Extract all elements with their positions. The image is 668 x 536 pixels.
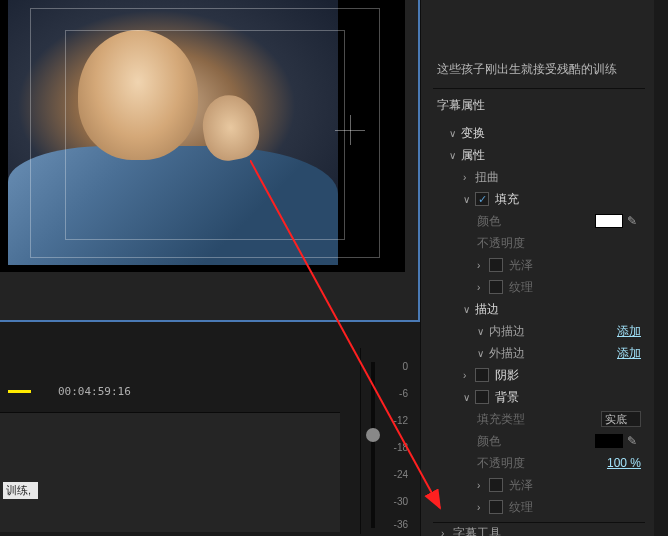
property-fill-texture[interactable]: › 纹理 (433, 276, 645, 298)
chevron-down-icon: ∨ (463, 392, 475, 403)
property-bg-gloss[interactable]: › 光泽 (433, 474, 645, 496)
meter-tick: 0 (382, 362, 408, 372)
panel-scrollbar[interactable] (654, 0, 668, 536)
property-stroke[interactable]: ∨ 描边 (433, 298, 645, 320)
gloss-checkbox[interactable] (489, 258, 503, 272)
property-label: 纹理 (509, 279, 645, 296)
property-outer-stroke[interactable]: ∨ 外描边 添加 (433, 342, 645, 364)
chevron-right-icon: › (441, 528, 453, 536)
meter-tick: -18 (382, 443, 408, 453)
property-distort[interactable]: › 扭曲 (433, 166, 645, 188)
bg-color-swatch[interactable] (595, 434, 623, 448)
background-checkbox[interactable] (475, 390, 489, 404)
property-bg-opacity: 不透明度 100 % (433, 452, 645, 474)
timeline-tracks[interactable] (0, 412, 340, 532)
shadow-checkbox[interactable] (475, 368, 489, 382)
property-label: 填充类型 (477, 411, 601, 428)
video-preview-frame[interactable] (0, 0, 405, 272)
chevron-right-icon: › (463, 370, 475, 381)
property-attributes[interactable]: ∨ 属性 (433, 144, 645, 166)
meter-tick: -24 (382, 470, 408, 480)
preview-area (0, 0, 420, 322)
meter-tick: -6 (382, 389, 408, 399)
audio-meter-scale: 0 -6 -12 -18 -24 -30 -36 (378, 362, 408, 528)
bg-texture-checkbox[interactable] (489, 500, 503, 514)
property-fill[interactable]: ∨ 填充 (433, 188, 645, 210)
eyedropper-icon[interactable]: ✎ (627, 434, 641, 448)
fill-type-select[interactable]: 实底 (601, 411, 641, 427)
crosshair-vertical (350, 115, 351, 145)
property-shadow[interactable]: › 阴影 (433, 364, 645, 386)
property-inner-stroke[interactable]: ∨ 内描边 添加 (433, 320, 645, 342)
section-title-caption-properties: 字幕属性 (433, 89, 645, 122)
property-label: 不透明度 (477, 455, 607, 472)
chevron-right-icon: › (463, 172, 475, 183)
property-transform[interactable]: ∨ 变换 (433, 122, 645, 144)
meter-tick: -36 (382, 520, 408, 530)
section-title-tools: › 字幕工具 (433, 522, 645, 536)
property-label: 填充 (495, 191, 645, 208)
add-inner-stroke-link[interactable]: 添加 (617, 323, 641, 340)
meter-tick: -30 (382, 497, 408, 507)
chevron-right-icon: › (477, 480, 489, 491)
property-label: 光泽 (509, 477, 645, 494)
chevron-right-icon: › (477, 282, 489, 293)
audio-meter: 0 -6 -12 -18 -24 -30 -36 (360, 348, 412, 534)
property-label: 阴影 (495, 367, 645, 384)
property-label: 属性 (461, 147, 645, 164)
property-label: 不透明度 (477, 235, 645, 252)
property-label: 变换 (461, 125, 645, 142)
property-label: 背景 (495, 389, 645, 406)
chevron-right-icon: › (477, 502, 489, 513)
bg-opacity-value[interactable]: 100 % (607, 456, 641, 470)
bg-gloss-checkbox[interactable] (489, 478, 503, 492)
property-fill-gloss[interactable]: › 光泽 (433, 254, 645, 276)
property-bg-filltype: 填充类型 实底 (433, 408, 645, 430)
caption-clip[interactable]: 训练, (3, 482, 38, 499)
add-outer-stroke-link[interactable]: 添加 (617, 345, 641, 362)
chevron-down-icon: ∨ (477, 348, 489, 359)
property-fill-color: 颜色 ✎ (433, 210, 645, 232)
chevron-down-icon: ∨ (449, 150, 461, 161)
timecode-display[interactable]: 00:04:59:16 (58, 385, 131, 398)
property-label: 纹理 (509, 499, 645, 516)
property-label: 外描边 (489, 345, 617, 362)
chevron-down-icon: ∨ (449, 128, 461, 139)
property-bg-color: 颜色 ✎ (433, 430, 645, 452)
property-label: 描边 (475, 301, 645, 318)
caption-preview-text: 这些孩子刚出生就接受残酷的训练 (433, 0, 645, 89)
eyedropper-icon[interactable]: ✎ (627, 214, 641, 228)
property-label: 内描边 (489, 323, 617, 340)
property-label: 光泽 (509, 257, 645, 274)
timecode-bar: 00:04:59:16 (8, 380, 308, 402)
timeline-playhead-range[interactable] (8, 390, 46, 393)
property-label: 颜色 (477, 433, 595, 450)
property-label: 扭曲 (475, 169, 645, 186)
tools-title-label: 字幕工具 (453, 525, 645, 536)
chevron-down-icon: ∨ (477, 326, 489, 337)
meter-tick: -12 (382, 416, 408, 426)
properties-panel: 这些孩子刚出生就接受残酷的训练 字幕属性 ∨ 变换 ∨ 属性 › 扭曲 ∨ 填充… (420, 0, 668, 536)
property-fill-opacity: 不透明度 (433, 232, 645, 254)
property-background[interactable]: ∨ 背景 (433, 386, 645, 408)
chevron-down-icon: ∨ (463, 194, 475, 205)
timeline-area: 00:04:59:16 训练, (0, 324, 420, 536)
chevron-down-icon: ∨ (463, 304, 475, 315)
audio-meter-track[interactable] (371, 362, 375, 528)
fill-checkbox[interactable] (475, 192, 489, 206)
texture-checkbox[interactable] (489, 280, 503, 294)
property-label: 颜色 (477, 213, 595, 230)
property-bg-texture[interactable]: › 纹理 (433, 496, 645, 518)
chevron-right-icon: › (477, 260, 489, 271)
fill-color-swatch[interactable] (595, 214, 623, 228)
video-frame-image (8, 0, 338, 265)
